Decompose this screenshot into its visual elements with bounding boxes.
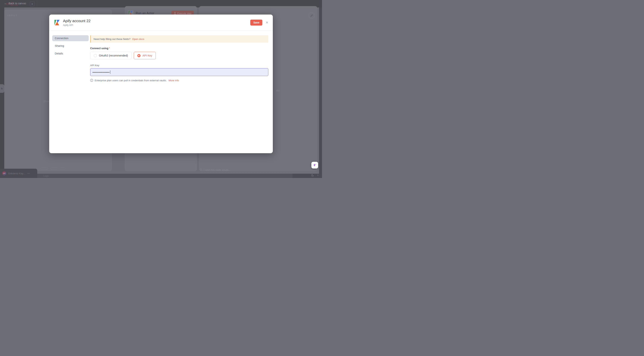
api-key-option-label: API Key (142, 54, 152, 57)
input-panel-title: INPUT (8, 14, 18, 17)
open-docs-link[interactable]: Open docs (132, 38, 144, 40)
tab-connection[interactable]: Connection (52, 35, 89, 41)
help-banner-text: Need help filling out these fields? (94, 38, 130, 40)
text-caret (110, 70, 110, 74)
canvas-dots (36, 171, 66, 171)
view-toggle-pill[interactable] (50, 168, 58, 170)
ai-assistant-button[interactable] (312, 162, 318, 168)
node-wish-input[interactable]: I wish this node would... (200, 168, 317, 172)
logs-panel-strip (37, 174, 292, 178)
radio-circle-off (94, 54, 97, 57)
logs-tab[interactable]: Logs (44, 174, 49, 177)
info-circle-icon (90, 79, 93, 82)
new-tab-button[interactable]: + (30, 1, 35, 6)
more-info-link[interactable]: More info (168, 79, 179, 82)
modal-header: Apify account 22 Apify API Save × (49, 14, 273, 31)
app-window: n8n ← Back to canvas + INPUT (From Run a… (0, 0, 322, 178)
help-banner: Need help filling out these fields? Open… (90, 35, 268, 43)
execute-step-label: Execute step (178, 12, 191, 15)
apify-logo (54, 20, 60, 26)
back-to-canvas-button[interactable]: ← Back to canvas (4, 2, 26, 5)
api-key-input[interactable]: •••••••••••••• (90, 68, 268, 76)
tab-sharing[interactable]: Sharing (52, 43, 89, 49)
tab-details[interactable]: Details (52, 50, 89, 56)
required-asterisk: * (109, 47, 110, 50)
view-toggle-pill[interactable] (40, 168, 48, 170)
pop-out-icon[interactable] (311, 174, 314, 177)
close-icon[interactable]: × (266, 20, 268, 24)
pointer-flyout-tab[interactable] (0, 84, 4, 93)
chevron-up-icon[interactable]: ∧ (317, 174, 319, 176)
pencil-icon (310, 14, 313, 17)
lightbulb-icon (200, 168, 202, 171)
sparkle-icon (313, 163, 316, 167)
wish-placeholder: I wish this node would... (204, 168, 230, 171)
radio-oauth2[interactable]: OAuth2 (recommended) (90, 52, 132, 59)
radio-api-key[interactable]: API Key (134, 52, 156, 59)
modal-title-block: Apify account 22 Apify API (63, 19, 90, 26)
connect-using-label: Connect using* (90, 47, 268, 50)
flask-icon (174, 12, 176, 14)
right-canvas-edge (319, 8, 322, 174)
credential-name[interactable]: Apify account 22 (63, 19, 90, 23)
api-key-field-label: API Key (90, 64, 268, 67)
save-button[interactable]: Save (250, 20, 262, 26)
user-menu[interactable]: GK Gökdeniz Kay... ••• (0, 169, 37, 178)
enterprise-info: Enterprise plan users can pull in creden… (90, 79, 268, 82)
credential-type: Apify API (63, 24, 90, 26)
edit-output-button[interactable] (309, 13, 314, 18)
masked-api-key-value: •••••••••••••• (92, 71, 110, 74)
modal-content: Need help filling out these fields? Open… (89, 35, 268, 82)
modal-sidebar: Connection Sharing Details (52, 35, 89, 82)
back-arrow-icon: ← (4, 2, 7, 5)
avatar: GK (2, 171, 6, 176)
radio-circle-on (137, 54, 140, 57)
enterprise-info-text: Enterprise plan users can pull in creden… (95, 79, 166, 82)
user-name: Gökdeniz Kay... (8, 172, 25, 175)
plus-icon: + (32, 2, 33, 6)
oauth2-label: OAuth2 (recommended) (99, 54, 128, 57)
credential-modal: Apify account 22 Apify API Save × Connec… (49, 14, 273, 153)
back-to-canvas-label: Back to canvas (8, 2, 26, 5)
view-toggle-pill[interactable] (60, 168, 65, 170)
user-menu-dots-icon[interactable]: ••• (28, 172, 30, 174)
cursor-pointer-icon (1, 87, 3, 90)
